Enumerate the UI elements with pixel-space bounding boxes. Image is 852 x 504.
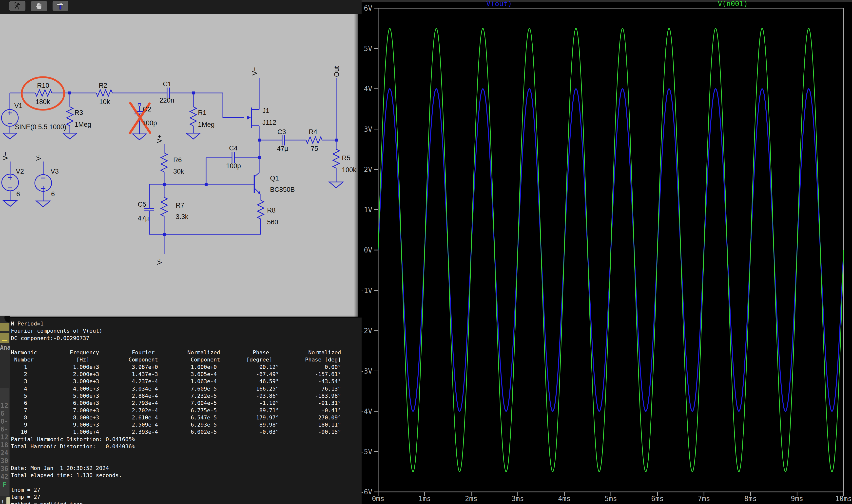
voltage-source-v2[interactable] bbox=[2, 174, 18, 191]
x-axis-label: 1ms bbox=[418, 494, 431, 503]
ground-symbol bbox=[3, 200, 17, 206]
schematic-canvas[interactable]: V1SINE(0 5.5 1000)R10180kR210kR31MegC122… bbox=[0, 14, 359, 317]
junction-dot bbox=[258, 139, 261, 142]
component-label: V2 bbox=[16, 168, 24, 175]
y-axis-label: -5V bbox=[362, 448, 372, 456]
junction-dot bbox=[205, 183, 208, 186]
hammer-icon bbox=[56, 1, 65, 11]
resistor-r3[interactable] bbox=[67, 107, 73, 126]
y-axis-label: 6V bbox=[364, 4, 372, 12]
ground-symbol bbox=[36, 201, 50, 207]
resistor-r10[interactable] bbox=[35, 90, 52, 96]
tools-button[interactable] bbox=[53, 1, 68, 11]
y-axis-label: 0V bbox=[364, 246, 372, 254]
spice-log-window[interactable]: N-Period=1 Fourier components of V(out) … bbox=[10, 318, 362, 504]
background-text-fragment: 12 bbox=[0, 433, 8, 441]
y-axis-label: -3V bbox=[362, 367, 372, 375]
component-label: R10 bbox=[37, 82, 49, 89]
waveform-plot[interactable]: 6V5V4V3V2V1V0V-1V-2V-3V-4V-5V-6V0ms1ms2m… bbox=[362, 0, 852, 504]
component-label: Out bbox=[333, 66, 340, 77]
ground-symbol bbox=[186, 133, 200, 139]
capacitors[interactable] bbox=[135, 88, 284, 211]
component-label: C2 bbox=[143, 106, 151, 113]
legend-Vn001[interactable]: V(n001) bbox=[718, 0, 748, 8]
component-label: 220n bbox=[159, 97, 174, 104]
background-shape bbox=[4, 316, 10, 323]
resistor-r5[interactable] bbox=[333, 149, 340, 168]
y-axis-label: -2V bbox=[362, 327, 372, 335]
resistor-r7[interactable] bbox=[161, 197, 167, 216]
legend-Vout[interactable]: V(out) bbox=[486, 0, 512, 8]
y-axis-label: 1V bbox=[364, 206, 372, 214]
schematic-window[interactable]: V1SINE(0 5.5 1000)R10180kR210kR31MegC122… bbox=[0, 14, 359, 317]
yellow-dash bbox=[2, 340, 7, 341]
component-label: 100p bbox=[142, 119, 157, 127]
background-text-fragment: 6- bbox=[0, 426, 8, 433]
resistor-r6[interactable] bbox=[161, 153, 167, 172]
voltage-sources[interactable] bbox=[1, 109, 52, 191]
waveform-window[interactable]: 6V5V4V3V2V1V0V-1V-2V-3V-4V-5V-6V0ms1ms2m… bbox=[362, 0, 852, 504]
component-label: V- bbox=[156, 258, 163, 265]
x-axis-label: 9ms bbox=[791, 494, 803, 503]
background-window-strip: Ana1260-6-121824303642F! bbox=[0, 316, 10, 504]
component-label: 6 bbox=[51, 190, 55, 198]
component-label: R2 bbox=[99, 82, 107, 89]
component-label: V1 bbox=[14, 102, 22, 109]
x-axis-label: 3ms bbox=[512, 494, 524, 503]
component-label: V3 bbox=[51, 168, 59, 175]
background-text-fragment: 30 bbox=[0, 457, 8, 465]
component-label: 6 bbox=[16, 190, 20, 198]
toolbar bbox=[0, 0, 362, 14]
resistor-r2[interactable] bbox=[96, 90, 112, 96]
component-label: R6 bbox=[173, 156, 182, 164]
y-axis-label: -1V bbox=[362, 287, 372, 295]
x-axis-label: 0ms bbox=[372, 494, 384, 503]
background-text-fragment: 12 bbox=[0, 402, 8, 409]
component-label: V+ bbox=[251, 67, 258, 75]
voltage-source-v3[interactable] bbox=[35, 175, 52, 191]
x-axis-label: 6ms bbox=[651, 494, 664, 503]
x-axis-label: 8ms bbox=[744, 494, 757, 503]
junction-dot bbox=[258, 156, 261, 159]
y-axis-label: -4V bbox=[362, 407, 372, 415]
resistor-r8[interactable] bbox=[257, 200, 264, 219]
background-text-fragment: 36 bbox=[0, 465, 8, 472]
window-shadow-right bbox=[354, 14, 359, 317]
background-text-fragment: ! bbox=[1, 499, 4, 504]
jfet-gate-arrow bbox=[247, 116, 251, 120]
component-label: 1Meg bbox=[74, 121, 91, 128]
spice-log-text: N-Period=1 Fourier components of V(out) … bbox=[11, 318, 362, 504]
component-label: V+ bbox=[2, 152, 9, 160]
component-label: R4 bbox=[309, 128, 317, 136]
resistor-r1[interactable] bbox=[190, 107, 196, 126]
ground-symbol bbox=[133, 134, 146, 140]
y-axis-label: 3V bbox=[364, 125, 372, 133]
run-button[interactable] bbox=[9, 1, 25, 11]
pan-button[interactable] bbox=[31, 1, 47, 11]
desktop: V1SINE(0 5.5 1000)R10180kR210kR31MegC122… bbox=[0, 0, 852, 504]
component-label: R5 bbox=[342, 154, 350, 162]
ground-symbol bbox=[329, 182, 343, 188]
runner-icon bbox=[13, 2, 22, 11]
junction-dot bbox=[335, 139, 338, 142]
background-text-fragment: 24 bbox=[0, 449, 8, 457]
resistor-r4[interactable] bbox=[306, 137, 322, 143]
background-text-fragment: 6 bbox=[0, 410, 4, 417]
component-label: C4 bbox=[229, 144, 238, 152]
y-axis-label: 4V bbox=[364, 85, 372, 93]
component-label: 75 bbox=[311, 145, 318, 152]
y-axis-label: -6V bbox=[362, 488, 372, 496]
background-text-fragment: 18 bbox=[0, 442, 8, 449]
ground-symbol bbox=[3, 133, 17, 139]
component-label: 3.3k bbox=[176, 213, 189, 220]
ground-symbol bbox=[63, 133, 77, 139]
component-label: C1 bbox=[163, 80, 172, 88]
component-label: R8 bbox=[267, 206, 276, 214]
jfet-j1[interactable] bbox=[247, 108, 251, 128]
component-label: 10k bbox=[99, 98, 110, 106]
component-label: 30k bbox=[173, 168, 184, 175]
junction-dot bbox=[163, 233, 166, 236]
hand-icon bbox=[35, 2, 43, 10]
component-label: 1Meg bbox=[198, 121, 215, 128]
background-tab bbox=[6, 497, 10, 504]
